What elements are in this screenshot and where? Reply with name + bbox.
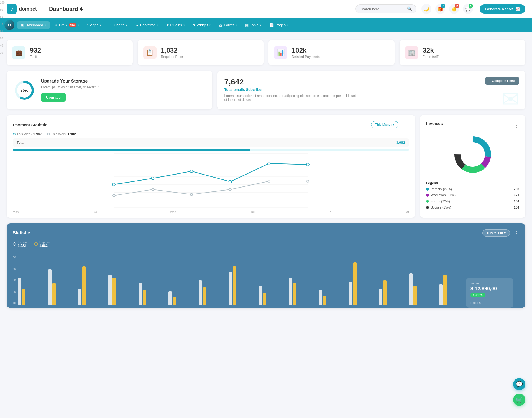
legend-forum-value: 154 [514,199,519,203]
charts-icon: ✦ [109,23,112,27]
detailed-payments-info: 102k Detailed Payments [292,47,320,59]
search-input[interactable] [360,7,405,11]
sidebar-item-forms[interactable]: 🖨 Forms ▾ [215,21,241,29]
middle-row: 75% Upgrade Your Storage Lorem ipsum dol… [7,71,525,109]
legend-row-socials: Socials (15%) 154 [426,206,519,209]
bar-group-3 [78,266,107,305]
chevron-down-icon-cms: ▾ [78,24,79,27]
total-value: 3.982 [396,140,405,145]
upgrade-button[interactable]: Upgrade [41,93,66,102]
y-30: 30 [13,279,16,282]
statistic-month-filter-button[interactable]: This Month ▾ [482,229,510,237]
legend-primary-label: Primary (27%) [426,187,452,191]
statistic-filter-label: This Month [487,231,503,235]
bar-yellow-2 [52,283,56,305]
email-count: 7,642 [224,78,518,86]
apps-icon: ℹ [87,23,89,27]
statistic-more-button[interactable]: ⋮ [514,230,519,236]
payment-legend-row: This Week 1.982 This Week 1.982 [13,132,409,136]
statistic-card: Statistic This Month ▾ ⋮ Income 1.982 [7,223,525,308]
total-label: Total [17,140,24,145]
this-month-filter-button[interactable]: This Month ▾ [371,121,398,128]
sidebar-item-charts[interactable]: ✦ Charts ▾ [106,21,131,29]
total-progress-fill [13,149,250,151]
cms-icon: ⚙ [54,23,58,27]
bar-yellow-6 [173,297,176,305]
sidebar-item-apps[interactable]: ℹ Apps ▾ [83,21,105,29]
sidebar-item-plugins[interactable]: ♥ Plugins ▾ [163,21,189,29]
legend-val-2: 1.982 [68,132,76,136]
x-label-sat: Sat [404,210,409,214]
legend-dot-2 [47,133,50,135]
bar-white-8 [229,272,232,305]
bar-yellow-13 [383,280,387,305]
line-chart-svg-wrap: Mon Tue Wed Thu Fri Sat [13,153,409,214]
detailed-payments-value: 102k [292,47,320,54]
bar-white-5 [139,283,142,305]
header: c dompet Dashboard 4 🔍 🌙 🎁 2 🔔 12 💬 5 Ge… [0,0,532,18]
sidebar-item-widget[interactable]: ♥ Widget ▾ [189,21,214,29]
dot-2-6 [307,180,309,182]
invoices-legend-table: Primary (27%) 763 Promotion (11%) 321 Fo… [426,187,519,209]
y-label-80: 80 [0,16,8,19]
chat-button[interactable]: 💬 5 [463,4,473,14]
y-label-50: 50 [0,37,8,40]
stat-y-labels: 50 40 30 20 10 [13,255,16,305]
required-price-label: Required Price [161,55,183,59]
income-panel-value: $ 12,890,00 [470,286,509,292]
email-card: + Compose Email 7,642 Total emails Subcr… [217,71,525,109]
sidebar-item-table[interactable]: ▦ Table ▾ [241,21,265,29]
sidebar-item-pages[interactable]: 📄 Pages ▾ [266,21,292,29]
chevron-down-icon-apps: ▾ [100,24,101,27]
bar-group-1 [18,278,47,305]
dot-2-1 [113,194,115,197]
app-title: Dashboard 4 [49,6,83,12]
dot-1-6 [306,163,309,166]
bar-white-2 [48,269,52,305]
invoices-donut-svg [451,132,495,177]
line-chart-svg [13,153,409,209]
force-tariff-info: 32k Force tariff [423,47,439,59]
chevron-down-icon-pages: ▾ [287,24,288,27]
total-progress-bg [13,149,409,151]
income-legend-value: 1.982 [18,244,28,248]
theme-toggle-button[interactable]: 🌙 [421,4,431,14]
compose-email-button[interactable]: + Compose Email [485,77,519,85]
generate-report-button[interactable]: Generate Report 📈 [480,4,525,14]
search-icon: 🔍 [407,6,412,11]
y-label-40: 40 [0,44,8,47]
nav-label-dashboard: Dashboard [25,23,43,27]
sidebar-item-dashboard[interactable]: ⊞ Dashboard ▾ [17,21,50,29]
sidebar-item-cms[interactable]: ⚙ CMS New ▾ [50,21,83,29]
bar-white-6 [168,291,172,305]
filter-label: This Month [375,123,392,127]
storage-card: 75% Upgrade Your Storage Lorem ipsum dol… [7,71,212,109]
force-tariff-icon: 🏢 [405,46,418,59]
invoices-legend-title: Legend [426,181,519,185]
required-price-value: 1,032 [161,47,183,54]
stat-card-force-tariff: 🏢 32k Force tariff [400,40,526,65]
required-price-icon: 📋 [143,46,157,59]
gift-button[interactable]: 🎁 2 [435,4,445,14]
storage-description: Lorem ipsum dolor sit amet, onsectetur. [41,85,99,89]
nav-label-charts: Charts [114,23,124,27]
payment-more-button[interactable]: ⋮ [403,121,409,128]
bar-group-7 [199,280,227,305]
notification-button[interactable]: 🔔 12 [449,4,459,14]
x-label-tue: Tue [92,210,97,214]
legend-label-2: This Week [51,132,66,136]
income-panel-title: Income [470,281,509,285]
x-label-fri: Fri [328,210,331,214]
legend-forum-dot [426,200,429,203]
bar-white-9 [259,286,262,305]
bar-white-15 [439,284,443,305]
legend-row-promotion: Promotion (11%) 321 [426,193,519,197]
invoices-more-button[interactable]: ⋮ [514,122,519,129]
sidebar-item-bootstrap[interactable]: ★ Bootstrap ▾ [132,21,162,29]
expense-legend-item: Expense 1.982 [34,240,51,248]
income-panel: Income $ 12,890,00 ↑ +15% Expense [466,278,513,308]
main-content: 💼 932 Tariff 📋 1,032 Required Price 📊 10… [0,32,532,316]
dot-1-1 [112,183,115,186]
navbar: U ⊞ Dashboard ▾ ⚙ CMS New ▾ ℹ Apps ▾ ✦ C… [0,18,532,32]
legend-label-1: This Week [17,132,32,136]
